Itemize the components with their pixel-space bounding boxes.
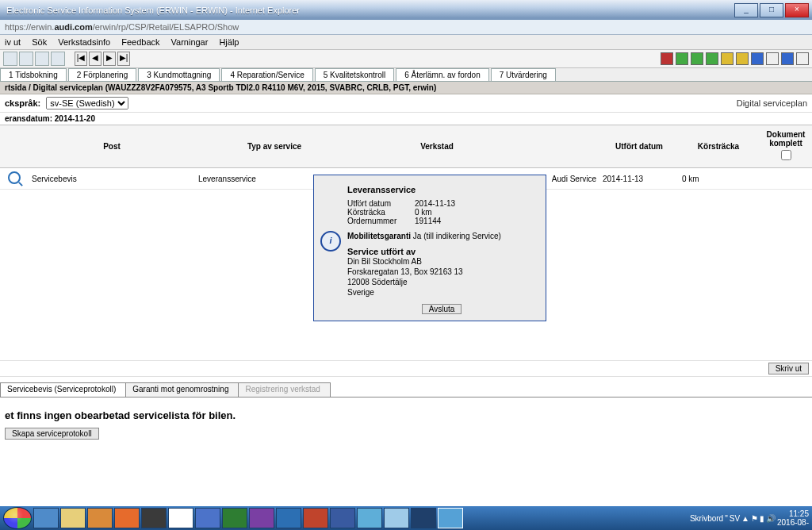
col-header	[520, 125, 599, 168]
bottom-pane: et finns ingen obearbetad servicelista f…	[0, 403, 812, 446]
address-bar[interactable]: https://erwin.audi.com/erwin/rp/CSP/Reta…	[0, 20, 812, 35]
col-header: Verkstad	[354, 125, 520, 168]
taskbar-item[interactable]	[195, 508, 220, 528]
nav-last-button[interactable]: ▶|	[117, 52, 130, 66]
search-icon[interactable]	[35, 52, 49, 66]
taskbar-item[interactable]	[330, 508, 355, 528]
breadcrumb: rtsida / Digital serviceplan (WAUZZZ8V2F…	[0, 82, 812, 94]
taskbar-item[interactable]	[303, 508, 328, 528]
status-icon[interactable]	[661, 52, 673, 65]
taskbar-item[interactable]	[114, 508, 140, 528]
nav-first-button[interactable]: |◀	[75, 52, 87, 66]
create-protocol-button[interactable]: Skapa serviceprotokoll	[5, 428, 99, 440]
bottom-tabs: Servicebevis (Serviceprotokoll) Garanti …	[0, 382, 812, 398]
menu-item[interactable]: Sök	[32, 37, 47, 47]
tab-7[interactable]: 7 Utvärdering	[491, 68, 556, 81]
print-button[interactable]: Skriv ut	[768, 363, 809, 374]
popup-title: Leveransservice	[347, 185, 536, 194]
status-icon[interactable]	[691, 52, 703, 65]
tray-lang[interactable]: SV	[730, 514, 740, 523]
tool-icon[interactable]	[751, 52, 764, 65]
taskbar-item[interactable]	[249, 508, 274, 528]
no-service-msg: et finns ingen obearbetad servicelista f…	[5, 409, 807, 421]
tray-volume-icon[interactable]: 🔊	[766, 514, 776, 523]
menu-item[interactable]: iv ut	[5, 37, 21, 47]
lang-label: ckspråk:	[5, 98, 40, 108]
col-header: Typ av service	[195, 125, 354, 168]
tab-2[interactable]: 2 Förplanering	[68, 68, 136, 81]
nav-next-button[interactable]: ▶	[103, 52, 116, 66]
taskbar-item[interactable]	[141, 508, 167, 528]
col-header: Dokument komplett	[758, 125, 812, 168]
tab-4[interactable]: 4 Reparation/Service	[221, 68, 312, 81]
tray-chevron-icon[interactable]: ▲	[741, 514, 749, 523]
subtab-rust[interactable]: Garanti mot genomrostning	[125, 382, 239, 397]
col-header: Utfört datum	[599, 125, 679, 168]
process-tabs: 1 Tidsbokning 2 Förplanering 3 Kundmotta…	[0, 68, 812, 82]
minimize-button[interactable]: _	[734, 3, 758, 17]
tab-3[interactable]: 3 Kundmottagning	[138, 68, 220, 81]
window-titlebar: Electronic Service Information System (E…	[0, 0, 812, 20]
subtab-protocol[interactable]: Servicebevis (Serviceprotokoll)	[0, 382, 126, 397]
window-title: Electronic Service Information System (E…	[2, 6, 300, 15]
language-select[interactable]: sv-SE (Swedish)	[46, 97, 128, 109]
taskbar-item[interactable]	[87, 508, 113, 528]
col-header	[0, 125, 29, 168]
menu-item[interactable]: Varningar	[171, 37, 209, 47]
tab-1[interactable]: 1 Tidsbokning	[0, 68, 67, 81]
tab-6[interactable]: 6 Återlämn. av fordon	[396, 68, 489, 81]
tray-icon[interactable]: ⚑	[751, 514, 758, 523]
taskbar-item[interactable]	[60, 508, 86, 528]
app-menu: iv ut Sök Verkstadsinfo Feedback Varning…	[0, 35, 812, 50]
taskbar-item[interactable]	[168, 508, 193, 528]
tray-label[interactable]: Skrivbord	[690, 514, 723, 523]
tool-icon[interactable]	[766, 52, 779, 65]
col-header: Post	[29, 125, 195, 168]
start-button[interactable]	[3, 507, 32, 529]
language-row: ckspråk: sv-SE (Swedish) Digital service…	[0, 94, 812, 113]
menu-item[interactable]: Feedback	[121, 37, 159, 47]
tray-network-icon[interactable]: ▮	[760, 514, 764, 523]
taskbar-item[interactable]	[357, 508, 382, 528]
page-title: Digital serviceplan	[737, 98, 807, 108]
nav-prev-button[interactable]: ◀	[89, 52, 102, 66]
warning-icon[interactable]	[721, 52, 733, 65]
taskbar-item[interactable]	[33, 508, 59, 528]
status-icon[interactable]	[676, 52, 688, 65]
status-icon[interactable]	[706, 52, 718, 65]
taskbar-item[interactable]	[222, 508, 247, 528]
col-header: Körsträcka	[679, 125, 758, 168]
warning-icon[interactable]	[736, 52, 749, 65]
tray-clock[interactable]: 11:25 2016-08-	[777, 509, 809, 527]
menu-item[interactable]: Hjälp	[219, 37, 239, 47]
taskbar: Skrivbord " SV ▲ ⚑ ▮ 🔊 11:25 2016-08-	[0, 506, 812, 530]
tool-icon[interactable]	[796, 52, 809, 65]
tab-5[interactable]: 5 Kvalitetskontroll	[315, 68, 394, 81]
print-row: Skriv ut	[0, 360, 812, 377]
subtab-register: Registrering verkstad	[238, 382, 330, 397]
close-button[interactable]: ×	[785, 3, 809, 17]
maximize-button[interactable]: □	[760, 3, 783, 17]
search-icon[interactable]	[8, 171, 21, 184]
taskbar-item[interactable]	[438, 508, 463, 528]
print-icon[interactable]	[51, 52, 65, 66]
tool-icon[interactable]	[3, 52, 17, 66]
taskbar-item[interactable]	[276, 508, 301, 528]
tool-icon[interactable]	[19, 52, 33, 66]
info-icon: i	[320, 231, 341, 252]
menu-item[interactable]: Verkstadsinfo	[58, 37, 110, 47]
taskbar-item[interactable]	[384, 508, 409, 528]
toolstrip: |◀ ◀ ▶ ▶|	[0, 50, 812, 68]
detail-popup: i Leveransservice Utfört datum2014-11-13…	[313, 175, 546, 321]
delivery-date: eransdatum: 2014-11-20	[0, 113, 812, 125]
doc-complete-checkbox[interactable]	[781, 150, 791, 160]
close-popup-button[interactable]: Avsluta	[422, 304, 462, 314]
tool-icon[interactable]	[781, 52, 794, 65]
taskbar-item[interactable]	[411, 508, 436, 528]
